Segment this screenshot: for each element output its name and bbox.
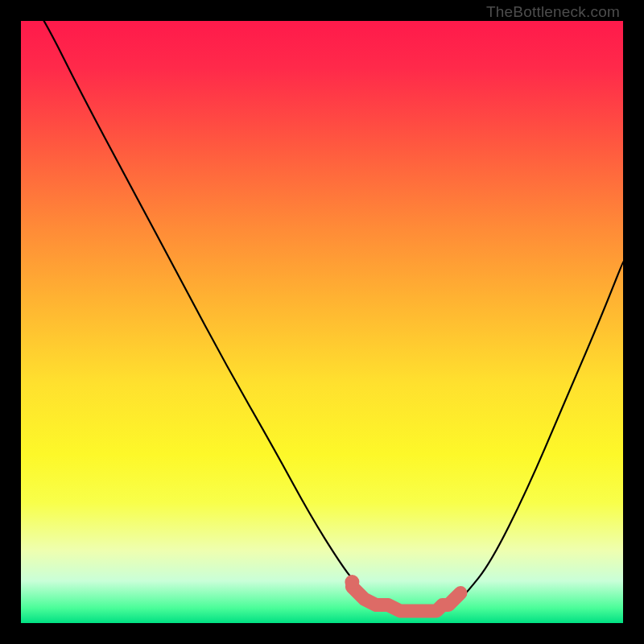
chart-svg <box>21 21 623 623</box>
watermark-text: TheBottleneck.com <box>486 3 620 21</box>
highlight-band <box>352 587 460 611</box>
bottleneck-curve <box>21 21 623 611</box>
plot-area <box>21 21 623 623</box>
highlight-dot-left <box>345 575 359 589</box>
outer-frame: TheBottleneck.com <box>0 0 644 644</box>
